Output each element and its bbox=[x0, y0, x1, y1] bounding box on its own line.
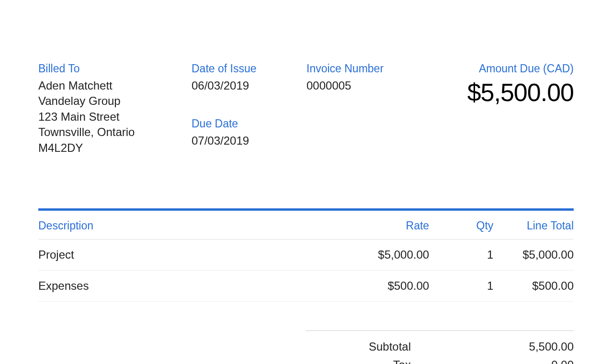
date-of-issue-value: 06/03/2019 bbox=[192, 78, 306, 93]
billed-to-label: Billed To bbox=[38, 62, 192, 75]
billed-to-line: Vandelay Group bbox=[38, 93, 192, 109]
subtotal-value: 5,500.00 bbox=[507, 338, 574, 356]
billed-to-line: 123 Main Street bbox=[38, 109, 192, 125]
invoice-number-label: Invoice Number bbox=[306, 62, 412, 75]
billed-to-block: Billed To Aden Matchett Vandelay Group 1… bbox=[38, 62, 192, 156]
col-header-qty: Qty bbox=[429, 219, 493, 239]
totals-block: Subtotal 5,500.00 Tax 0.00 bbox=[306, 330, 574, 364]
date-of-issue-label: Date of Issue bbox=[192, 62, 306, 75]
table-row: Project $5,000.00 1 $5,000.00 bbox=[38, 239, 574, 270]
invoice-number-block: Invoice Number 0000005 bbox=[306, 62, 412, 93]
due-date-value: 07/03/2019 bbox=[192, 133, 306, 148]
item-qty: 1 bbox=[429, 239, 493, 270]
tax-label: Tax bbox=[306, 356, 507, 364]
item-line-total: $5,000.00 bbox=[493, 239, 574, 270]
tax-value: 0.00 bbox=[507, 356, 574, 364]
line-items-table: Description Rate Qty Line Total Project … bbox=[38, 219, 574, 302]
billed-to-line: Aden Matchett bbox=[38, 78, 192, 93]
invoice-header: Billed To Aden Matchett Vandelay Group 1… bbox=[38, 62, 574, 156]
dates-block: Date of Issue 06/03/2019 Due Date 07/03/… bbox=[192, 62, 306, 149]
amount-due-label: Amount Due (CAD) bbox=[412, 62, 574, 75]
invoice-number-value: 0000005 bbox=[306, 78, 412, 93]
col-header-line-total: Line Total bbox=[493, 219, 574, 239]
item-rate: $500.00 bbox=[333, 270, 429, 301]
due-date-label: Due Date bbox=[192, 117, 306, 130]
item-description: Expenses bbox=[38, 270, 333, 301]
section-divider bbox=[38, 208, 574, 211]
item-line-total: $500.00 bbox=[493, 270, 574, 301]
amount-due-value: $5,500.00 bbox=[412, 78, 574, 107]
table-row: Expenses $500.00 1 $500.00 bbox=[38, 270, 574, 301]
item-description: Project bbox=[38, 239, 333, 270]
billed-to-line: Townsville, Ontario bbox=[38, 125, 192, 140]
amount-due-block: Amount Due (CAD) $5,500.00 bbox=[412, 62, 574, 107]
item-qty: 1 bbox=[429, 270, 493, 301]
col-header-rate: Rate bbox=[333, 219, 429, 239]
item-rate: $5,000.00 bbox=[333, 239, 429, 270]
col-header-description: Description bbox=[38, 219, 333, 239]
billed-to-line: M4L2DY bbox=[38, 140, 192, 156]
subtotal-label: Subtotal bbox=[306, 338, 507, 356]
